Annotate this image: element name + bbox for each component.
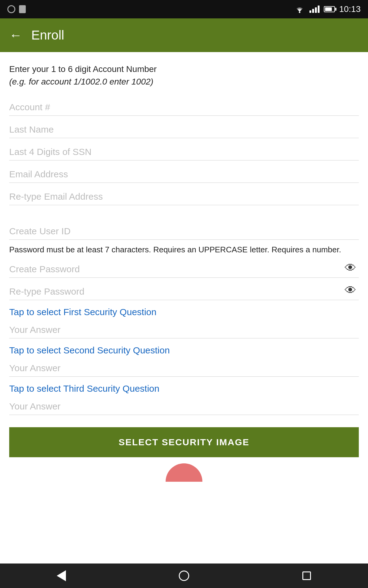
re-password-field-wrapper: 👁 [9,281,359,300]
account-number-input[interactable] [9,96,359,116]
nav-home-button[interactable] [172,564,196,588]
page-title: Enroll [31,28,64,43]
signal-icon [7,5,15,13]
status-bar-right: 10:13 [294,4,361,14]
re-type-password-input[interactable] [9,281,359,300]
email-input[interactable] [9,164,359,183]
first-security-answer-input[interactable] [9,319,359,338]
password-hint-text: Password must be at least 7 characters. … [9,244,359,255]
home-circle-icon [179,571,189,581]
battery-icon [324,6,335,12]
app-bar: ← Enroll [0,18,368,52]
re-email-input[interactable] [9,186,359,205]
status-time: 10:13 [339,4,361,14]
back-button[interactable]: ← [9,29,22,42]
enroll-form: Enter your 1 to 6 digit Account Number (… [0,52,368,564]
instruction-text: Enter your 1 to 6 digit Account Number (… [9,63,359,88]
svg-point-0 [299,12,300,13]
last-name-input[interactable] [9,119,359,138]
recent-square-icon [302,571,311,580]
third-security-answer-input[interactable] [9,396,359,415]
ssn-input[interactable] [9,141,359,160]
create-password-input[interactable] [9,258,359,278]
password-field-wrapper: 👁 [9,258,359,278]
wifi-icon [294,5,305,13]
status-bar: 10:13 [0,0,368,18]
first-security-question-link[interactable]: Tap to select First Security Question [9,307,359,317]
back-triangle-icon [57,570,66,581]
bottom-nav-bar [0,564,368,588]
select-security-image-button[interactable]: SELECT SECURITY IMAGE [9,427,359,457]
sim-icon [19,5,26,13]
nav-back-button[interactable] [49,564,74,588]
toggle-re-password-icon[interactable]: 👁 [345,284,356,297]
third-security-question-link[interactable]: Tap to select Third Security Question [9,383,359,394]
signal-bars-icon [309,6,320,13]
toggle-password-icon[interactable]: 👁 [345,262,356,275]
pink-circle-shape [166,463,202,482]
security-image-preview [9,457,359,485]
user-id-input[interactable] [9,221,359,240]
second-security-question-link[interactable]: Tap to select Second Security Question [9,345,359,356]
nav-recent-button[interactable] [294,564,319,588]
second-security-answer-input[interactable] [9,357,359,377]
status-bar-left [7,5,26,13]
